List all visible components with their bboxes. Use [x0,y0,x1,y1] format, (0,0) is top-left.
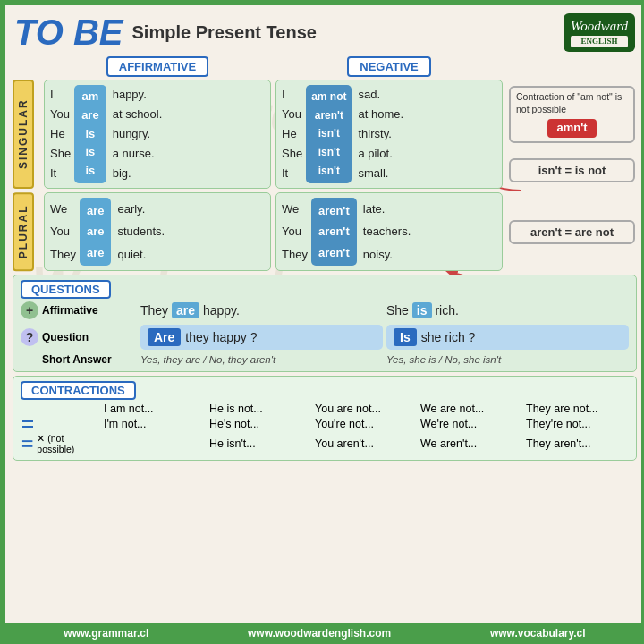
singular-aff-subjects: IYouHeSheIt [50,85,71,183]
contr-full-3: You are not... [315,402,418,415]
short-answer-1: Yes, they are / No, they aren't [140,354,383,365]
aff-example-1: They are happy. [140,303,383,318]
column-headers: AFFIRMATIVE NEGATIVE [5,56,644,77]
footer-link-1[interactable]: www.grammar.cl [64,627,148,640]
plural-callout-panel: aren't = are not [507,192,637,271]
contr-also-2: He isn't... [209,437,312,450]
amnt-callout: Contraction of "am not" is not possible … [509,86,635,142]
question-example-2: Is she rich ? [386,325,629,350]
question-sign-label: ? Question [21,328,137,346]
logo-sub: ENGLISH [571,36,628,47]
contr-also-4: We aren't... [420,437,523,450]
logo-box: Woodward ENGLISH [564,13,635,52]
contr-full-2: He is not... [209,402,312,415]
contr-full-5: They are not... [526,402,629,415]
footer-link-2[interactable]: www.woodwardenglish.com [248,627,391,640]
singular-row: SINGULAR IYouHeSheIt amareisisis happy.a… [5,80,644,189]
plural-aff-complements: early.students.quiet. [114,198,165,266]
singular-neg-verbs: am notaren'tisn'tisn'tisn't [306,85,352,183]
contr-eq-sign [21,419,101,429]
singular-affirmative-box: IYouHeSheIt amareisisis happy.at school.… [44,80,271,189]
question-example-1: Are they happy ? [140,325,383,350]
plural-neg-complements: late.teachers.noisy. [360,198,411,266]
short-answer-2: Yes, she is / No, she isn't [386,354,629,365]
contractions-also-row: ✕ (not possible) He isn't... You aren't.… [21,433,629,454]
plural-aff-verbs: areareare [80,198,112,266]
contr-also-5: They aren't... [526,437,629,450]
questions-section: QUESTIONS + Affirmative They are happy. … [5,275,644,372]
plural-aff-subjects: WeYouThey [50,198,76,266]
footer: www.grammar.cl www.woodwardenglish.com w… [5,623,644,644]
contr-short-2: He's not... [209,418,312,430]
plural-affirmative-box: WeYouThey areareare early.students.quiet… [44,192,271,271]
contr-also-3: You aren't... [315,437,418,450]
isnt-badge: isn't = is not [509,158,635,182]
header: TO BE Simple Present Tense Woodward ENGL… [5,5,644,56]
contr-full-1: I am not... [104,402,207,415]
contr-short-1: I'm not... [104,418,207,430]
title-to-be: TO BE [14,13,123,53]
singular-callout-panel: Contraction of "am not" is not possible … [507,80,637,189]
plural-negative-box: WeYouThey aren'taren'taren't late.teache… [275,192,503,271]
contr-full-4: We are not... [420,402,523,415]
plural-label: PLURAL [13,192,34,271]
short-answer-label: Short Answer [21,353,137,366]
contractions-short-row: I'm not... He's not... You're not... We'… [21,418,629,430]
singular-neg-subjects: IYouHeSheIt [282,85,302,183]
singular-neg-complements: sad.at home.thirsty.a pilot.small. [355,85,403,183]
singular-aff-complements: happy.at school.hungry.a nurse.big. [110,85,163,183]
plural-row: PLURAL WeYouThey areareare early.student… [5,192,644,271]
amnt-badge: amn't [547,119,596,138]
plural-neg-verbs: aren'taren'taren't [311,198,357,266]
contr-short-3: You're not... [315,418,418,430]
title-tense: Simple Present Tense [132,22,317,43]
negative-header: NEGATIVE [347,56,431,77]
contr-short-4: We're not... [420,418,523,430]
singular-aff-verbs: amareisisis [74,85,106,183]
questions-short-answer-row: Short Answer Yes, they are / No, they ar… [21,353,629,366]
arnt-badge: aren't = are not [509,220,635,244]
contr-notpossible-label: ✕ (not possible) [21,433,101,454]
singular-label: SINGULAR [13,80,34,189]
affirmative-sign-label: + Affirmative [21,301,137,319]
aff-example-2: She is rich. [386,303,629,318]
contractions-section: CONTRACTIONS I am not... He is not... Yo… [5,376,644,461]
contraction-note: Contraction of "am not" is not possible [516,91,622,114]
logo-name: Woodward [571,19,628,33]
plural-neg-subjects: WeYouThey [282,198,308,266]
contractions-header: CONTRACTIONS [21,381,136,400]
contr-short-5: They're not... [526,418,629,430]
questions-question-row: ? Question Are they happy ? Is she rich … [21,325,629,350]
singular-negative-box: IYouHeSheIt am notaren'tisn'tisn'tisn't … [275,80,503,189]
affirmative-header: AFFIRMATIVE [106,56,208,77]
questions-affirmative-row: + Affirmative They are happy. She is ric… [21,301,629,319]
questions-header: QUESTIONS [21,280,111,299]
contractions-full-row: I am not... He is not... You are not... … [21,402,629,415]
footer-link-3[interactable]: www.vocabulary.cl [490,627,586,640]
